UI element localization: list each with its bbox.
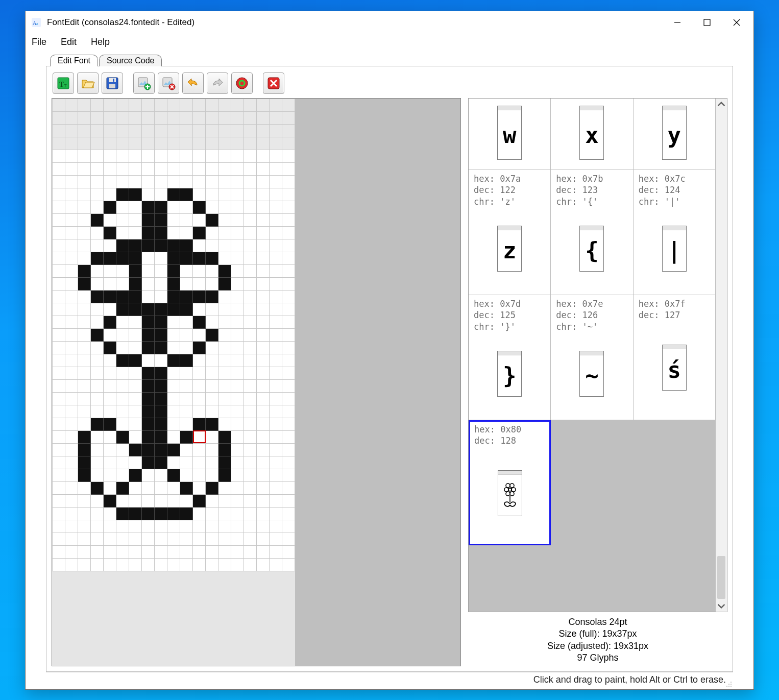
pixel-cell[interactable] — [206, 264, 218, 277]
pixel-cell[interactable] — [129, 264, 142, 277]
pixel-cell[interactable] — [91, 124, 104, 137]
pixel-cell[interactable] — [193, 456, 206, 469]
glyph-cell[interactable]: hex: 0x7f dec: 127ś — [634, 295, 716, 420]
pixel-cell[interactable] — [270, 507, 282, 520]
pixel-cell[interactable] — [78, 545, 91, 558]
pixel-cell[interactable] — [104, 188, 116, 201]
pixel-cell[interactable] — [180, 226, 193, 239]
pixel-cell[interactable] — [270, 418, 282, 430]
pixel-cell[interactable] — [53, 469, 65, 481]
pixel-cell[interactable] — [78, 124, 91, 137]
pixel-cell[interactable] — [193, 175, 206, 188]
pixel-cell[interactable] — [129, 188, 142, 201]
pixel-cell[interactable] — [257, 418, 270, 430]
pixel-cell[interactable] — [180, 481, 193, 494]
pixel-cell[interactable] — [180, 328, 193, 341]
pixel-cell[interactable] — [142, 137, 155, 150]
pixel-cell[interactable] — [193, 545, 206, 558]
pixel-cell[interactable] — [91, 277, 104, 290]
pixel-cell[interactable] — [53, 175, 65, 188]
pixel-cell[interactable] — [270, 239, 282, 252]
pixel-cell[interactable] — [270, 405, 282, 418]
glyph-cell[interactable]: w — [469, 99, 551, 170]
minimize-button[interactable] — [663, 12, 692, 33]
pixel-cell[interactable] — [218, 405, 231, 418]
pixel-cell[interactable] — [257, 341, 270, 354]
save-button[interactable] — [102, 73, 123, 94]
pixel-cell[interactable] — [244, 367, 257, 379]
pixel-cell[interactable] — [257, 124, 270, 137]
pixel-cell[interactable] — [53, 213, 65, 226]
pixel-cell[interactable] — [231, 111, 244, 124]
pixel-cell[interactable] — [282, 303, 295, 316]
pixel-cell[interactable] — [206, 443, 218, 456]
pixel-cell[interactable] — [53, 533, 65, 545]
pixel-cell[interactable] — [91, 354, 104, 367]
pixel-cell[interactable] — [282, 341, 295, 354]
pixel-cell[interactable] — [257, 277, 270, 290]
pixel-cell[interactable] — [104, 111, 116, 124]
pixel-cell[interactable] — [244, 494, 257, 507]
pixel-cell[interactable] — [193, 494, 206, 507]
pixel-cell[interactable] — [193, 418, 206, 430]
pixel-cell[interactable] — [257, 379, 270, 392]
remove-glyph-button[interactable] — [158, 73, 179, 94]
pixel-cell[interactable] — [116, 354, 129, 367]
pixel-cell[interactable] — [116, 201, 129, 213]
pixel-cell[interactable] — [270, 99, 282, 111]
pixel-cell[interactable] — [53, 379, 65, 392]
pixel-cell[interactable] — [257, 430, 270, 443]
pixel-cell[interactable] — [270, 290, 282, 303]
pixel-cell[interactable] — [244, 354, 257, 367]
pixel-cell[interactable] — [155, 430, 167, 443]
pixel-cell[interactable] — [218, 124, 231, 137]
pixel-cell[interactable] — [142, 545, 155, 558]
pixel-cell[interactable] — [257, 520, 270, 533]
pixel-cell[interactable] — [142, 443, 155, 456]
pixel-cell[interactable] — [180, 558, 193, 571]
pixel-cell[interactable] — [206, 392, 218, 405]
pixel-cell[interactable] — [206, 175, 218, 188]
menu-help[interactable]: Help — [91, 37, 110, 47]
pixel-cell[interactable] — [193, 341, 206, 354]
pixel-cell[interactable] — [78, 418, 91, 430]
pixel-cell[interactable] — [193, 533, 206, 545]
pixel-cell[interactable] — [257, 303, 270, 316]
pixel-cell[interactable] — [129, 99, 142, 111]
pixel-cell[interactable] — [155, 354, 167, 367]
pixel-cell[interactable] — [142, 558, 155, 571]
delete-button[interactable] — [263, 73, 284, 94]
pixel-cell[interactable] — [129, 507, 142, 520]
pixel-cell[interactable] — [244, 252, 257, 264]
pixel-cell[interactable] — [129, 354, 142, 367]
pixel-cell[interactable] — [129, 290, 142, 303]
pixel-cell[interactable] — [180, 430, 193, 443]
pixel-cell[interactable] — [167, 456, 180, 469]
glyph-cell[interactable]: hex: 0x7a dec: 122 chr: 'z'z — [469, 170, 551, 295]
pixel-cell[interactable] — [180, 150, 193, 162]
pixel-cell[interactable] — [282, 469, 295, 481]
pixel-cell[interactable] — [167, 354, 180, 367]
pixel-cell[interactable] — [155, 226, 167, 239]
pixel-cell[interactable] — [257, 239, 270, 252]
pixel-cell[interactable] — [244, 290, 257, 303]
pixel-cell[interactable] — [142, 150, 155, 162]
maximize-button[interactable] — [692, 12, 722, 33]
pixel-cell[interactable] — [91, 469, 104, 481]
pixel-cell[interactable] — [270, 558, 282, 571]
pixel-cell[interactable] — [104, 316, 116, 328]
pixel-cell[interactable] — [65, 137, 78, 150]
pixel-cell[interactable] — [104, 405, 116, 418]
pixel-cell[interactable] — [155, 290, 167, 303]
pixel-cell[interactable] — [65, 558, 78, 571]
pixel-cell[interactable] — [104, 213, 116, 226]
pixel-cell[interactable] — [282, 124, 295, 137]
pixel-cell[interactable] — [167, 443, 180, 456]
pixel-cell[interactable] — [91, 520, 104, 533]
pixel-cell[interactable] — [231, 188, 244, 201]
pixel-cell[interactable] — [206, 533, 218, 545]
pixel-cell[interactable] — [78, 316, 91, 328]
pixel-cell[interactable] — [53, 494, 65, 507]
pixel-cell[interactable] — [193, 264, 206, 277]
pixel-cell[interactable] — [116, 150, 129, 162]
